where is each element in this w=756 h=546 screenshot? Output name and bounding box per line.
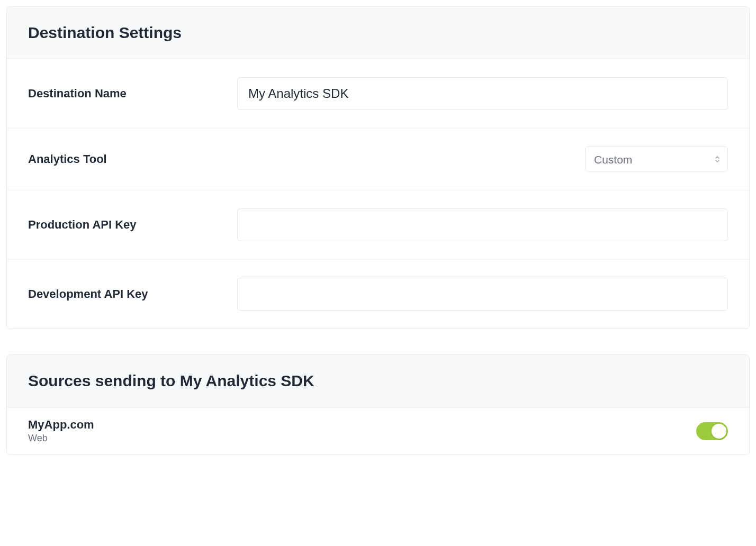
source-name: MyApp.com xyxy=(28,418,94,432)
sources-title: Sources sending to My Analytics SDK xyxy=(28,372,728,390)
destination-name-row: Destination Name xyxy=(7,59,749,129)
source-info: MyApp.com Web xyxy=(28,418,94,444)
source-type: Web xyxy=(28,433,94,444)
development-api-key-row: Development API Key xyxy=(7,260,749,329)
settings-panel-header: Destination Settings xyxy=(7,7,749,59)
sources-panel-header: Sources sending to My Analytics SDK xyxy=(7,355,749,407)
settings-title: Destination Settings xyxy=(28,24,728,42)
development-api-key-label: Development API Key xyxy=(28,287,237,301)
toggle-knob xyxy=(712,424,726,439)
analytics-tool-label: Analytics Tool xyxy=(28,152,237,166)
destination-name-label: Destination Name xyxy=(28,87,237,101)
destination-settings-panel: Destination Settings Destination Name An… xyxy=(6,6,750,329)
source-row: MyApp.com Web xyxy=(7,407,749,454)
source-enabled-toggle[interactable] xyxy=(696,422,728,440)
sources-panel: Sources sending to My Analytics SDK MyAp… xyxy=(6,354,750,455)
analytics-tool-row: Analytics Tool Custom xyxy=(7,129,749,190)
production-api-key-row: Production API Key xyxy=(7,190,749,260)
destination-name-input[interactable] xyxy=(237,77,728,110)
analytics-tool-select[interactable]: Custom xyxy=(585,147,728,172)
development-api-key-input[interactable] xyxy=(237,278,728,311)
production-api-key-input[interactable] xyxy=(237,208,728,241)
production-api-key-label: Production API Key xyxy=(28,218,237,232)
